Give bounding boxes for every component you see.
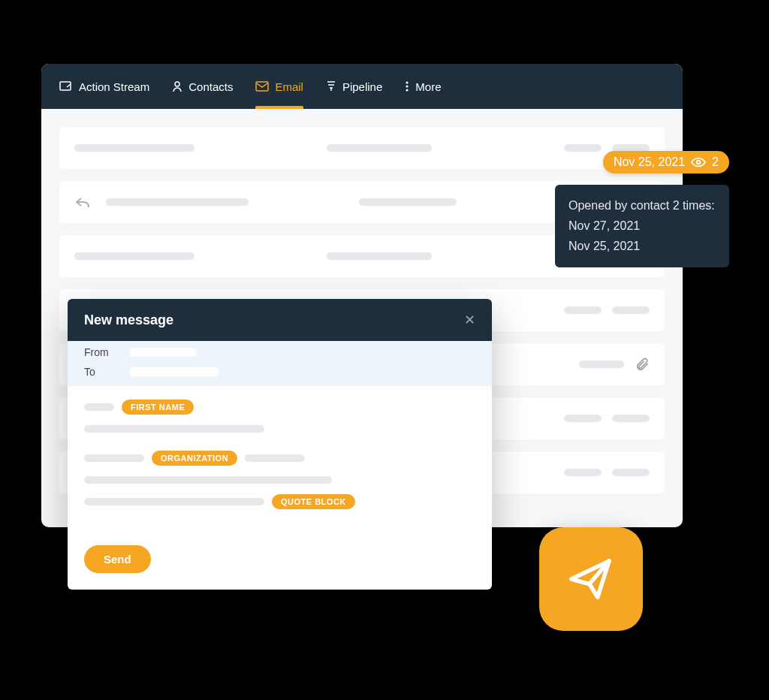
nav-action-stream-label: Action Stream xyxy=(79,80,149,93)
svg-point-4 xyxy=(406,85,409,87)
composer-header: New message ✕ xyxy=(68,299,492,341)
svg-point-3 xyxy=(406,81,409,83)
send-button[interactable]: Send xyxy=(84,545,151,573)
composer-fields: From To xyxy=(68,341,492,386)
open-tracking-tooltip: Opened by contact 2 times: Nov 27, 2021 … xyxy=(555,185,729,267)
from-label: From xyxy=(84,346,119,358)
nav-action-stream[interactable]: Action Stream xyxy=(59,64,149,109)
from-field[interactable]: From xyxy=(84,342,475,362)
to-label: To xyxy=(84,366,119,378)
nav-more[interactable]: More xyxy=(405,64,441,109)
tooltip-time: Nov 25, 2021 xyxy=(568,236,716,256)
top-nav: Action Stream Contacts Email Pipeline Mo… xyxy=(41,64,683,109)
open-tracking-date: Nov 25, 2021 xyxy=(614,155,685,169)
reply-icon xyxy=(74,195,91,209)
attachment-icon[interactable] xyxy=(635,357,650,372)
nav-contacts-label: Contacts xyxy=(188,80,233,93)
composer-panel: New message ✕ From To FIRST NAME ORGANIZ… xyxy=(68,299,492,590)
paper-plane-icon xyxy=(565,553,617,605)
to-field[interactable]: To xyxy=(84,362,475,382)
nav-contacts[interactable]: Contacts xyxy=(172,64,233,109)
send-fab[interactable] xyxy=(539,527,643,631)
tooltip-title: Opened by contact 2 times: xyxy=(568,195,716,216)
open-tracking-count: 2 xyxy=(712,155,719,169)
open-tracking-badge[interactable]: Nov 25, 2021 2 xyxy=(603,151,729,173)
list-item[interactable] xyxy=(59,127,665,169)
nav-more-label: More xyxy=(415,80,441,93)
pipeline-icon xyxy=(326,80,336,92)
svg-rect-2 xyxy=(256,82,268,91)
nav-pipeline-label: Pipeline xyxy=(342,80,382,93)
email-icon xyxy=(255,81,269,92)
composer-title: New message xyxy=(84,312,173,328)
nav-email[interactable]: Email xyxy=(255,64,303,109)
close-icon[interactable]: ✕ xyxy=(464,312,475,328)
more-icon xyxy=(405,80,409,92)
contacts-icon xyxy=(172,80,182,92)
merge-tag-organization[interactable]: ORGANIZATION xyxy=(152,451,237,466)
svg-point-1 xyxy=(175,82,179,86)
nav-email-label: Email xyxy=(275,80,303,93)
svg-point-6 xyxy=(697,161,701,164)
composer-body[interactable]: FIRST NAME ORGANIZATION QUOTE BLOCK Send xyxy=(68,386,492,590)
merge-tag-quote-block[interactable]: QUOTE BLOCK xyxy=(272,494,355,509)
action-stream-icon xyxy=(59,80,73,92)
nav-pipeline[interactable]: Pipeline xyxy=(326,64,382,109)
eye-icon xyxy=(691,157,706,167)
svg-point-5 xyxy=(406,89,409,91)
merge-tag-first-name[interactable]: FIRST NAME xyxy=(122,400,194,415)
tooltip-time: Nov 27, 2021 xyxy=(568,216,716,236)
